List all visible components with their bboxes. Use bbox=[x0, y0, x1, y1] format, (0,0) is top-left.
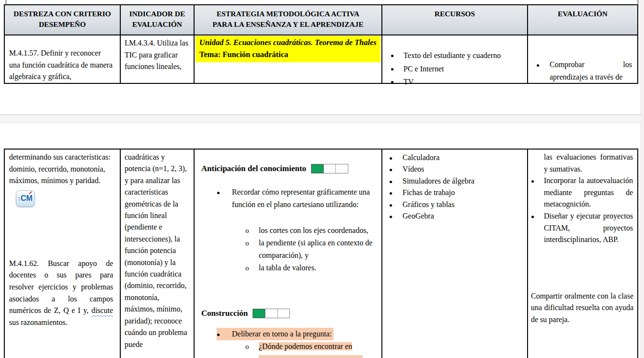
bullet-icon: ● bbox=[531, 211, 544, 223]
recurso-text: Simuladores de álgebra bbox=[402, 175, 527, 187]
anticipacion-stage: Anticipación del conocimiento bbox=[201, 164, 377, 173]
recurso-text: Vídeos bbox=[402, 163, 527, 175]
cm-embedded-object-icon[interactable]: CM bbox=[16, 190, 35, 207]
destreza-continuation: determinando sus características: domini… bbox=[9, 151, 113, 187]
list-item: ● Texto del estudiante y cuaderno bbox=[382, 49, 527, 62]
indicador-continuation: cuadráticas y potencia (n=1, 2, 3), y pa… bbox=[125, 151, 191, 350]
cell-estrategia-p2: Anticipación del conocimiento ● Recordar… bbox=[194, 150, 381, 358]
cell-destreza-p2: determinando sus características: domini… bbox=[5, 150, 120, 358]
progress-bar-icon bbox=[311, 164, 348, 173]
header-recursos: RECURSOS bbox=[381, 5, 527, 35]
circle-bullet-icon: o bbox=[245, 340, 259, 353]
sub-list-item: o la pendiente (si aplica en contexto de… bbox=[245, 237, 377, 262]
circle-bullet-icon: o bbox=[245, 237, 259, 262]
progress-segment-empty bbox=[336, 164, 348, 173]
anticipacion-bullet-block: ● Recordar cómo representar gráficamente… bbox=[201, 186, 377, 211]
list-item: ● Diseñar y ejecutar proyectos CITAM, pr… bbox=[528, 210, 637, 246]
unit-title: Unidad 5. Ecuaciones cuadráticas. Teorem… bbox=[199, 38, 377, 47]
bullet-icon: ● bbox=[389, 211, 402, 222]
cell-estrategia-p1: Unidad 5. Ecuaciones cuadráticas. Teorem… bbox=[194, 35, 381, 83]
table-border-remnant-left bbox=[6, 0, 6, 4]
cell-destreza-p1: M.4.1.57. Definir y reconocer una funció… bbox=[5, 35, 120, 83]
evaluacion-continuation: las evaluaciones formativas y sumativas. bbox=[544, 151, 633, 175]
cell-evaluacion-p2: las evaluaciones formativas y sumativas.… bbox=[527, 150, 637, 358]
anticipacion-title: Anticipación del conocimiento bbox=[201, 164, 306, 173]
lesson-plan-table-page2: determinando sus características: domini… bbox=[4, 149, 638, 358]
bullet-icon: ● bbox=[531, 175, 544, 187]
recurso-text: Calculadora bbox=[402, 152, 527, 163]
bullet-icon: ● bbox=[217, 328, 232, 341]
highlighted-question-text: ¿Dónde podemos encontrar en bbox=[259, 342, 352, 350]
list-item: ● Simuladores de álgebra bbox=[382, 175, 527, 187]
lesson-plan-table-page1: DESTREZA CON CRITERIO DESEMPEÑO INDICADO… bbox=[4, 4, 638, 84]
recurso-text: TV bbox=[403, 75, 527, 89]
header-indicador: INDICADOR DE EVALUACIÓN bbox=[120, 5, 194, 35]
header-estrategia-label: ESTRATEGIA METODOLÓGICA ACTIVA PARA LA E… bbox=[209, 9, 367, 29]
progress-bar-icon bbox=[253, 309, 290, 318]
sub-list-item: o la tabla de valores. bbox=[245, 262, 377, 274]
header-indicador-label: INDICADOR DE EVALUACIÓN bbox=[121, 9, 193, 29]
sub-item-text: la tabla de valores. bbox=[259, 262, 316, 274]
list-item: ● Vídeos bbox=[382, 163, 527, 175]
progress-segment-empty bbox=[324, 164, 336, 173]
sub-list-item: o los cortes con los ejes coordenados, bbox=[245, 224, 377, 237]
circle-bullet-icon: o bbox=[245, 262, 259, 274]
bullet-icon: ● bbox=[389, 199, 402, 211]
page-break-gap bbox=[0, 115, 641, 123]
progress-segment-empty bbox=[278, 309, 290, 318]
unit-topic-highlight: Unidad 5. Ecuaciones cuadráticas. Teorem… bbox=[196, 36, 380, 62]
construccion-sublist: o ¿Dónde podemos encontrar en bbox=[201, 340, 377, 353]
cell-recursos-p2: ● Calculadora ● Vídeos ● Simuladores de … bbox=[381, 150, 527, 358]
topic-title: Tema: Función cuadrática bbox=[199, 50, 288, 59]
bullet-icon: ● bbox=[389, 176, 402, 187]
sub-list-item: o ¿Dónde podemos encontrar en bbox=[245, 340, 377, 353]
list-item: ● TV bbox=[382, 75, 527, 89]
list-item: ● Calculadora bbox=[382, 152, 527, 163]
list-item: ● Incorporar la autoevaluación mediante … bbox=[528, 175, 637, 210]
recurso-text: Fichas de trabajo bbox=[402, 187, 527, 198]
list-item: ● Gráficos y tablas bbox=[382, 199, 527, 210]
list-item: ● Fichas de trabajo bbox=[382, 187, 527, 198]
header-evaluacion: EVALUACIÓN bbox=[527, 5, 637, 35]
circle-bullet-icon: o bbox=[245, 224, 259, 237]
construccion-stage: Construcción bbox=[201, 309, 377, 318]
evaluacion-text: Comprobar los aprendizajes a través de bbox=[550, 58, 632, 83]
destreza-text: M.4.1.57. Definir y reconocer una funció… bbox=[9, 47, 113, 83]
recurso-text: Texto del estudiante y cuaderno bbox=[403, 49, 527, 62]
table-border-remnant-right bbox=[638, 0, 638, 4]
construccion-title: Construcción bbox=[201, 309, 248, 318]
recurso-text: GeoGebra bbox=[402, 210, 527, 222]
bullet-icon: ● bbox=[391, 63, 403, 76]
evaluacion-paragraph: Compartir oralmente con la clase una dif… bbox=[531, 290, 633, 326]
bullet-icon: ● bbox=[217, 186, 232, 199]
indicador-text: I.M.4.3.4. Utiliza las TIC para graficar… bbox=[125, 37, 191, 73]
header-destreza-label: DESTREZA CON CRITERIO DESEMPEÑO bbox=[10, 9, 115, 29]
list-item: ● PC e Internet bbox=[382, 62, 527, 76]
progress-segment-empty bbox=[265, 309, 278, 318]
destreza-2-post: sus razonamientos. bbox=[9, 318, 68, 326]
progress-segment-filled bbox=[253, 309, 265, 318]
recurso-text: Gráficos y tablas bbox=[402, 199, 527, 210]
bullet-icon: ● bbox=[536, 59, 550, 71]
evaluacion-bullet-text: Diseñar y ejecutar proyectos CITAM, proy… bbox=[544, 210, 633, 246]
clipped-highlight-line bbox=[259, 355, 363, 358]
header-evaluacion-label: EVALUACIÓN bbox=[558, 9, 608, 19]
header-recursos-label: RECURSOS bbox=[435, 9, 475, 19]
bullet-icon: ● bbox=[389, 152, 402, 164]
list-item: ● Comprobar los aprendizajes a través de bbox=[528, 58, 637, 83]
bullet-icon: ● bbox=[391, 76, 403, 89]
anticipacion-sublist: o los cortes con los ejes coordenados, o… bbox=[201, 224, 377, 274]
sub-item-text: los cortes con los ejes coordenados, bbox=[259, 224, 368, 237]
cell-indicador-p2: cuadráticas y potencia (n=1, 2, 3), y pa… bbox=[120, 150, 194, 358]
bullet-icon: ● bbox=[391, 49, 403, 63]
recurso-text: PC e Internet bbox=[403, 62, 527, 76]
spellcheck-word: discute bbox=[92, 306, 113, 314]
header-destreza: DESTREZA CON CRITERIO DESEMPEÑO bbox=[5, 5, 120, 35]
list-item: ● GeoGebra bbox=[382, 210, 527, 222]
construccion-bullet-block: ● Deliberar en torno a la pregunta: bbox=[201, 328, 377, 340]
cell-evaluacion-p1: ● Comprobar los aprendizajes a través de bbox=[527, 35, 637, 83]
cell-indicador-p1: I.M.4.3.4. Utiliza las TIC para graficar… bbox=[120, 35, 194, 83]
bullet-icon: ● bbox=[389, 187, 402, 199]
header-estrategia: ESTRATEGIA METODOLÓGICA ACTIVA PARA LA E… bbox=[194, 5, 381, 35]
bullet-icon: ● bbox=[389, 164, 402, 175]
